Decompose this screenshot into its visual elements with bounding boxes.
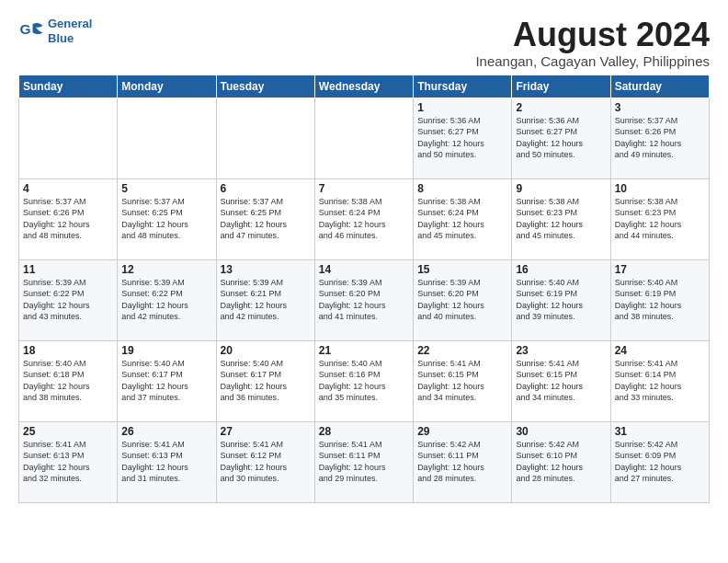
logo-line1: General [48, 17, 92, 30]
day-cell: 12Sunrise: 5:39 AM Sunset: 6:22 PM Dayli… [118, 259, 216, 340]
day-cell [19, 98, 118, 178]
day-number: 22 [417, 344, 507, 357]
day-cell [216, 98, 314, 178]
col-saturday: Saturday [610, 75, 709, 98]
day-cell: 10Sunrise: 5:38 AM Sunset: 6:23 PM Dayli… [610, 178, 709, 259]
col-monday: Monday [118, 75, 216, 98]
day-info: Sunrise: 5:40 AM Sunset: 6:19 PM Dayligh… [516, 277, 606, 323]
day-cell: 19Sunrise: 5:40 AM Sunset: 6:17 PM Dayli… [118, 340, 216, 421]
day-number: 20 [221, 344, 311, 357]
page: G General Blue August 2024 Ineangan, Cag… [0, 0, 728, 514]
day-info: Sunrise: 5:36 AM Sunset: 6:27 PM Dayligh… [516, 115, 606, 161]
day-info: Sunrise: 5:42 AM Sunset: 6:10 PM Dayligh… [516, 439, 606, 485]
day-cell: 8Sunrise: 5:38 AM Sunset: 6:24 PM Daylig… [414, 178, 512, 259]
day-cell: 15Sunrise: 5:39 AM Sunset: 6:20 PM Dayli… [414, 259, 512, 340]
col-friday: Friday [512, 75, 610, 98]
day-info: Sunrise: 5:39 AM Sunset: 6:21 PM Dayligh… [221, 277, 311, 323]
day-number: 4 [23, 182, 113, 195]
day-info: Sunrise: 5:40 AM Sunset: 6:17 PM Dayligh… [121, 358, 211, 404]
day-cell: 7Sunrise: 5:38 AM Sunset: 6:24 PM Daylig… [314, 178, 413, 259]
day-info: Sunrise: 5:41 AM Sunset: 6:14 PM Dayligh… [615, 358, 705, 404]
day-info: Sunrise: 5:40 AM Sunset: 6:18 PM Dayligh… [23, 358, 113, 404]
day-number: 21 [319, 344, 409, 357]
svg-text:G: G [20, 21, 31, 37]
col-tuesday: Tuesday [216, 75, 314, 98]
day-info: Sunrise: 5:42 AM Sunset: 6:11 PM Dayligh… [417, 439, 507, 485]
day-cell: 11Sunrise: 5:39 AM Sunset: 6:22 PM Dayli… [19, 259, 118, 340]
day-number: 23 [516, 344, 606, 357]
day-cell: 24Sunrise: 5:41 AM Sunset: 6:14 PM Dayli… [610, 340, 709, 421]
day-cell: 26Sunrise: 5:41 AM Sunset: 6:13 PM Dayli… [118, 421, 216, 502]
day-info: Sunrise: 5:36 AM Sunset: 6:27 PM Dayligh… [417, 115, 507, 161]
day-cell: 14Sunrise: 5:39 AM Sunset: 6:20 PM Dayli… [314, 259, 413, 340]
day-cell: 29Sunrise: 5:42 AM Sunset: 6:11 PM Dayli… [414, 421, 512, 502]
day-number: 15 [417, 263, 507, 276]
day-info: Sunrise: 5:37 AM Sunset: 6:25 PM Dayligh… [221, 196, 311, 242]
day-cell: 28Sunrise: 5:41 AM Sunset: 6:11 PM Dayli… [314, 421, 413, 502]
calendar: Sunday Monday Tuesday Wednesday Thursday… [18, 75, 710, 503]
week-row-5: 25Sunrise: 5:41 AM Sunset: 6:13 PM Dayli… [19, 421, 710, 502]
day-number: 8 [417, 182, 507, 195]
day-info: Sunrise: 5:41 AM Sunset: 6:11 PM Dayligh… [319, 439, 409, 485]
day-info: Sunrise: 5:40 AM Sunset: 6:16 PM Dayligh… [319, 358, 409, 404]
day-cell: 20Sunrise: 5:40 AM Sunset: 6:17 PM Dayli… [216, 340, 314, 421]
day-info: Sunrise: 5:41 AM Sunset: 6:12 PM Dayligh… [221, 439, 311, 485]
day-cell: 13Sunrise: 5:39 AM Sunset: 6:21 PM Dayli… [216, 259, 314, 340]
day-number: 7 [319, 182, 409, 195]
day-number: 28 [319, 425, 409, 438]
day-info: Sunrise: 5:40 AM Sunset: 6:17 PM Dayligh… [221, 358, 311, 404]
day-info: Sunrise: 5:39 AM Sunset: 6:22 PM Dayligh… [121, 277, 211, 323]
month-year: August 2024 [475, 17, 710, 53]
location: Ineangan, Cagayan Valley, Philippines [475, 53, 710, 69]
day-number: 6 [221, 182, 311, 195]
day-cell: 25Sunrise: 5:41 AM Sunset: 6:13 PM Dayli… [19, 421, 118, 502]
day-number: 18 [23, 344, 113, 357]
day-number: 9 [516, 182, 606, 195]
day-cell: 6Sunrise: 5:37 AM Sunset: 6:25 PM Daylig… [216, 178, 314, 259]
day-info: Sunrise: 5:41 AM Sunset: 6:13 PM Dayligh… [121, 439, 211, 485]
day-cell: 3Sunrise: 5:37 AM Sunset: 6:26 PM Daylig… [610, 98, 709, 178]
day-number: 26 [121, 425, 211, 438]
day-number: 13 [221, 263, 311, 276]
day-info: Sunrise: 5:37 AM Sunset: 6:26 PM Dayligh… [23, 196, 113, 242]
logo-line2: Blue [48, 31, 74, 45]
day-number: 11 [23, 263, 113, 276]
header: G General Blue August 2024 Ineangan, Cag… [18, 17, 710, 69]
day-cell: 9Sunrise: 5:38 AM Sunset: 6:23 PM Daylig… [512, 178, 610, 259]
logo-icon: G [18, 18, 44, 44]
day-info: Sunrise: 5:39 AM Sunset: 6:20 PM Dayligh… [417, 277, 507, 323]
day-number: 14 [319, 263, 409, 276]
day-number: 16 [516, 263, 606, 276]
day-number: 25 [23, 425, 113, 438]
day-cell: 17Sunrise: 5:40 AM Sunset: 6:19 PM Dayli… [610, 259, 709, 340]
day-cell: 30Sunrise: 5:42 AM Sunset: 6:10 PM Dayli… [512, 421, 610, 502]
day-cell: 23Sunrise: 5:41 AM Sunset: 6:15 PM Dayli… [512, 340, 610, 421]
day-info: Sunrise: 5:38 AM Sunset: 6:23 PM Dayligh… [516, 196, 606, 242]
week-row-4: 18Sunrise: 5:40 AM Sunset: 6:18 PM Dayli… [19, 340, 710, 421]
day-cell: 21Sunrise: 5:40 AM Sunset: 6:16 PM Dayli… [314, 340, 413, 421]
header-row: Sunday Monday Tuesday Wednesday Thursday… [19, 75, 710, 98]
week-row-2: 4Sunrise: 5:37 AM Sunset: 6:26 PM Daylig… [19, 178, 710, 259]
day-number: 5 [121, 182, 211, 195]
day-info: Sunrise: 5:38 AM Sunset: 6:23 PM Dayligh… [615, 196, 705, 242]
day-cell: 1Sunrise: 5:36 AM Sunset: 6:27 PM Daylig… [414, 98, 512, 178]
day-info: Sunrise: 5:37 AM Sunset: 6:25 PM Dayligh… [121, 196, 211, 242]
day-info: Sunrise: 5:42 AM Sunset: 6:09 PM Dayligh… [615, 439, 705, 485]
day-cell: 18Sunrise: 5:40 AM Sunset: 6:18 PM Dayli… [19, 340, 118, 421]
day-cell: 22Sunrise: 5:41 AM Sunset: 6:15 PM Dayli… [414, 340, 512, 421]
day-cell: 16Sunrise: 5:40 AM Sunset: 6:19 PM Dayli… [512, 259, 610, 340]
day-cell [314, 98, 413, 178]
day-info: Sunrise: 5:41 AM Sunset: 6:15 PM Dayligh… [516, 358, 606, 404]
day-number: 19 [121, 344, 211, 357]
day-cell: 27Sunrise: 5:41 AM Sunset: 6:12 PM Dayli… [216, 421, 314, 502]
day-info: Sunrise: 5:41 AM Sunset: 6:15 PM Dayligh… [417, 358, 507, 404]
day-cell [118, 98, 216, 178]
logo-text: General Blue [48, 17, 92, 45]
day-info: Sunrise: 5:37 AM Sunset: 6:26 PM Dayligh… [615, 115, 705, 161]
day-number: 29 [417, 425, 507, 438]
day-info: Sunrise: 5:39 AM Sunset: 6:22 PM Dayligh… [23, 277, 113, 323]
col-thursday: Thursday [414, 75, 512, 98]
day-number: 24 [615, 344, 705, 357]
day-number: 2 [516, 101, 606, 114]
day-cell: 5Sunrise: 5:37 AM Sunset: 6:25 PM Daylig… [118, 178, 216, 259]
